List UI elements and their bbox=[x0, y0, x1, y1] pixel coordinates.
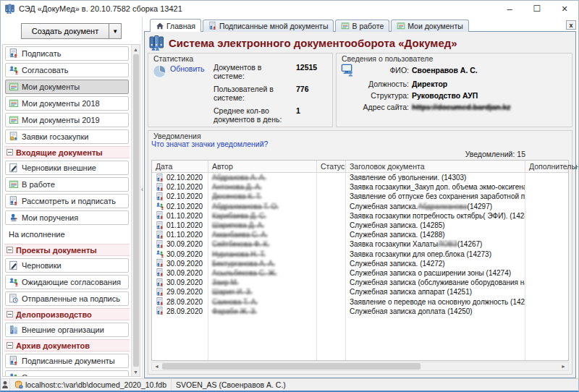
work-icon bbox=[341, 22, 350, 30]
status-cell bbox=[317, 297, 346, 306]
column-header[interactable]: Дополнительно bbox=[525, 161, 579, 172]
sidebar-item[interactable]: Рассмотреть и подписать bbox=[5, 194, 129, 208]
app-icon bbox=[5, 4, 15, 14]
row-title-part: Служебная записка о расширении зоны (142… bbox=[350, 269, 511, 277]
window-title: СЭД «ДокуМед» в. 20.10.7582 сборка 13421 bbox=[19, 4, 182, 13]
table-row[interactable]: 02.10.2020Дюсенова К. Т.Заявление об отп… bbox=[152, 192, 568, 201]
sign-doc-icon bbox=[156, 268, 164, 277]
sidebar-section-header[interactable]: Архив документов bbox=[4, 339, 130, 351]
scroll-left-icon[interactable]: ◄ bbox=[152, 364, 161, 369]
sidebar-section-header[interactable]: Входящие документы bbox=[4, 146, 130, 158]
sidebar-section-label: Входящие документы bbox=[16, 148, 103, 157]
collapse-icon[interactable] bbox=[7, 342, 13, 349]
table-row[interactable]: 01.10.2020Аманбаева С. А.Служебная запис… bbox=[152, 230, 568, 239]
sidebar-item-label: Черновики bbox=[22, 261, 62, 270]
title-cell: Служебная записка. (14285) bbox=[346, 221, 525, 230]
tab-Главная[interactable]: Главная bbox=[150, 19, 201, 32]
table-row[interactable]: 29.09.2020Шарип И. З.Служебная записка а… bbox=[152, 287, 568, 297]
extra-cell bbox=[525, 230, 568, 239]
table-row[interactable]: 28.09.2020Саинова Т. А.Заявление о перев… bbox=[152, 297, 568, 306]
tab-Подписанные мной документы[interactable]: Подписанные мной документы bbox=[203, 20, 334, 32]
tab-Мои документы[interactable]: Мои документы bbox=[391, 20, 469, 32]
sidebar-collapse-handle[interactable]: ‹ bbox=[139, 176, 145, 203]
table-row[interactable]: 02.10.2020Антонова Д. А.Заявка госзакупк… bbox=[152, 182, 568, 192]
column-header[interactable]: Статус bbox=[317, 161, 346, 172]
sidebar-section-header[interactable]: Проекты документы bbox=[4, 244, 130, 256]
sidebar-section-header[interactable]: Делопроизводство bbox=[4, 308, 130, 320]
sidebar-item[interactable]: На исполнение bbox=[5, 227, 129, 242]
sidebar-item[interactable]: Согласовать bbox=[5, 63, 129, 77]
table-row[interactable]: 30.09.2020Сейтбекова Ф. К.Заявка госзаку… bbox=[152, 239, 568, 249]
notification-help-link[interactable]: Что значат значки уведомлений? bbox=[151, 140, 569, 148]
sidebar-scrollbar[interactable]: ▲ ▼ bbox=[131, 45, 140, 376]
table-row[interactable]: 30.09.2020Заир М.Служебная записка (обсл… bbox=[152, 278, 568, 287]
stat-label: Документов в системе: bbox=[214, 63, 290, 80]
scroll-down-icon[interactable]: ▼ bbox=[132, 367, 140, 376]
sidebar-item-label: Согласовать bbox=[22, 66, 68, 74]
row-title-part: Заявление об отпуске без сохранения зара… bbox=[350, 192, 525, 200]
collapse-icon[interactable] bbox=[7, 149, 13, 155]
sidebar-item[interactable]: Мои документы bbox=[5, 80, 129, 94]
left-panel: Создать документ ПодписатьСогласоватьМои… bbox=[1, 17, 143, 378]
refresh-link[interactable]: Обновить bbox=[170, 64, 205, 73]
column-header[interactable]: Дата bbox=[152, 161, 208, 172]
table-row[interactable]: 02.10.2020Абдрахова А. А.Заявление об ув… bbox=[152, 173, 568, 182]
row-author: Шарип И. З. bbox=[212, 288, 253, 296]
close-button[interactable] bbox=[551, 1, 578, 17]
row-author: Аманбаева С. А. bbox=[212, 231, 268, 239]
status-cell bbox=[317, 182, 346, 192]
sidebar-item[interactable]: В работе bbox=[5, 177, 129, 192]
sidebar-list: ПодписатьСогласоватьМои документыМои док… bbox=[3, 45, 131, 376]
sidebar-item[interactable]: Подписанные документы bbox=[5, 354, 129, 368]
table-row[interactable]: 02.10.2020Абдрахманова Т. О.Служебная за… bbox=[152, 202, 568, 211]
table-row[interactable]: 30.09.2020Бектурганова А. А.Служебная за… bbox=[152, 259, 568, 268]
create-document-dropdown[interactable] bbox=[109, 24, 121, 38]
table-horizontal-scrollbar[interactable]: ◄ ► bbox=[151, 362, 569, 371]
title-cell: Служебная записка аппарат (14251) bbox=[346, 287, 525, 297]
scroll-right-icon[interactable]: ► bbox=[559, 364, 568, 369]
sidebar-item[interactable]: Мои документы 2019 bbox=[5, 113, 129, 127]
sidebar-item[interactable]: Мои поручения bbox=[5, 210, 129, 225]
collapse-icon[interactable] bbox=[7, 247, 13, 253]
sidebar-item[interactable]: Согласованные документы bbox=[5, 370, 129, 376]
author-cell: Карибаева Д. С. bbox=[208, 211, 317, 221]
sidebar-item[interactable]: Внешние организации bbox=[5, 323, 129, 337]
row-title-part: (14267) bbox=[457, 240, 482, 248]
my-docs-icon bbox=[9, 98, 19, 108]
table-row[interactable]: 30.09.2020Асыльбекова С. Ж.Служебная зап… bbox=[152, 268, 568, 278]
table-row[interactable]: 01.10.2020Карибаева Д. С.Заявка госзакуп… bbox=[152, 211, 568, 221]
tab-В работе[interactable]: В работе bbox=[335, 20, 389, 32]
sidebar-item[interactable]: Черновики внешние bbox=[5, 161, 129, 175]
sidebar-item[interactable]: Подписать bbox=[5, 46, 129, 61]
table-row[interactable]: 28.09.2020Фараби Ж. З.Служебная записка … bbox=[152, 307, 568, 316]
hscrollbar-thumb[interactable] bbox=[162, 363, 420, 370]
tab-close-button[interactable] bbox=[566, 20, 576, 30]
date-cell: 30.09.2020 bbox=[152, 250, 208, 259]
row-date: 02.10.2020 bbox=[166, 192, 203, 200]
scroll-up-icon[interactable]: ▲ bbox=[132, 45, 140, 54]
collapse-icon[interactable] bbox=[7, 311, 13, 318]
sidebar-item[interactable]: Заявки госзакупки bbox=[5, 129, 129, 144]
create-document-button[interactable]: Создать документ bbox=[21, 23, 122, 39]
sidebar-item[interactable]: Черновики bbox=[5, 258, 129, 273]
status-cell bbox=[317, 202, 346, 211]
maximize-button[interactable] bbox=[523, 1, 551, 17]
author-cell: Антонова Д. А. bbox=[208, 182, 317, 192]
page-title: Система электронного документооборота «Д… bbox=[169, 37, 457, 49]
current-user: SVOEN_AS (Своенравов А. С.) bbox=[172, 380, 290, 389]
table-row[interactable]: 01.10.2020Шарипова Д. А.Служебная записк… bbox=[152, 221, 568, 230]
sidebar-item[interactable]: Мои документы 2018 bbox=[5, 96, 129, 111]
sign-doc-icon bbox=[156, 231, 164, 239]
sidebar-item[interactable]: Отправленные на подпись bbox=[5, 291, 129, 306]
site-link[interactable]: https://documed.bardjan.kz bbox=[412, 103, 567, 111]
sidebar-item[interactable]: Ожидающие согласования bbox=[5, 275, 129, 289]
scrollbar-thumb[interactable] bbox=[133, 54, 139, 367]
status-cell bbox=[317, 211, 346, 221]
column-header[interactable]: Заголовок документа bbox=[346, 161, 525, 172]
row-title-part: (14297) bbox=[468, 203, 492, 210]
status-cell bbox=[317, 239, 346, 249]
minimize-button[interactable] bbox=[496, 1, 523, 17]
statistics-group-title: Статистика bbox=[153, 54, 193, 63]
column-header[interactable]: Автор bbox=[208, 161, 317, 172]
table-row[interactable]: 30.09.2020Нурланова Н. Т.Заявка госзакуп… bbox=[152, 250, 568, 259]
